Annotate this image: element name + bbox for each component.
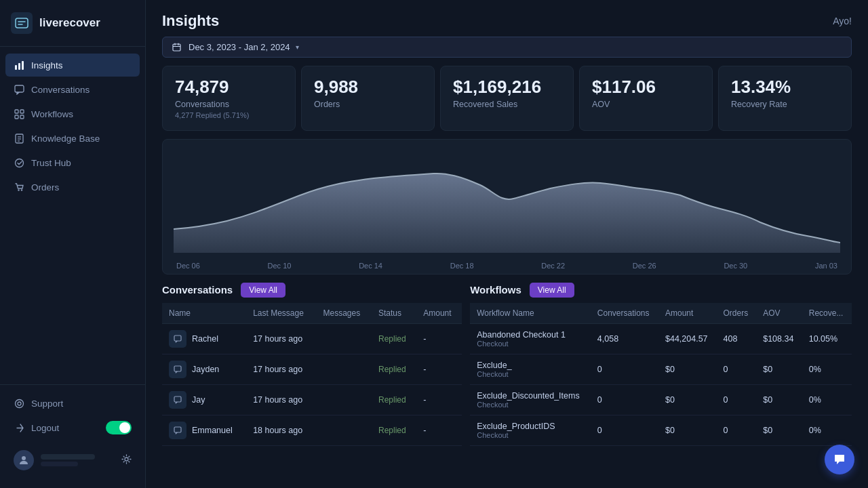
message-icon xyxy=(169,361,186,378)
svg-rect-27 xyxy=(174,366,181,371)
sidebar-item-logout[interactable]: Logout xyxy=(5,415,140,441)
sidebar-item-support[interactable]: Support xyxy=(5,392,140,415)
svg-point-16 xyxy=(18,189,19,190)
orders-label: Orders xyxy=(314,100,422,109)
support-label: Support xyxy=(31,399,63,409)
message-icon xyxy=(169,391,186,409)
orders-label: Orders xyxy=(31,182,59,192)
sidebar-item-knowledge-base[interactable]: Knowledge Base xyxy=(5,127,140,150)
date-filter-label: Dec 3, 2023 - Jan 2, 2024 xyxy=(189,42,290,52)
conversations-panel: Conversations View All Name Last Message… xyxy=(162,283,462,488)
wf-col-recovery: Recove... xyxy=(802,303,852,324)
conversations-table: Name Last Message Messages Status Amount xyxy=(162,303,462,447)
wf-name-cell: Abandoned Checkout 1Checkout xyxy=(470,323,591,354)
insights-icon xyxy=(14,60,24,70)
sidebar-item-workflows[interactable]: Workflows xyxy=(5,102,140,125)
conv-col-status: Status xyxy=(372,303,416,324)
logo: liverecover xyxy=(0,0,145,47)
svg-point-20 xyxy=(22,456,26,460)
table-row[interactable]: Exclude_Discounted_ItemsCheckout 0 $0 0 … xyxy=(470,384,852,415)
wf-orders-cell: 408 xyxy=(717,323,757,354)
knowledge-base-icon xyxy=(14,133,24,144)
wf-aov-cell: $0 xyxy=(756,415,802,445)
recovery-rate-label: Recovery Rate xyxy=(731,100,839,109)
svg-rect-3 xyxy=(15,65,17,70)
user-avatar xyxy=(14,450,34,470)
toggle-knob xyxy=(119,422,130,433)
wf-recovery-cell: 0% xyxy=(802,384,852,415)
chart-container: Dec 06 Dec 10 Dec 14 Dec 18 Dec 22 Dec 2… xyxy=(162,139,852,274)
wf-aov-cell: $0 xyxy=(756,354,802,384)
wf-aov-cell: $108.34 xyxy=(756,323,802,354)
app-name: liverecover xyxy=(39,16,100,30)
svg-rect-9 xyxy=(15,115,18,119)
wf-col-amount: Amount xyxy=(658,303,717,324)
table-row[interactable]: Jayden 17 hours ago Replied - xyxy=(162,354,462,385)
recovery-rate-value: 13.34% xyxy=(731,77,839,97)
conversations-label: Conversations xyxy=(31,85,90,95)
main-content: Insights Ayo! Dec 3, 2023 - Jan 2, 2024 … xyxy=(146,0,868,488)
user-name xyxy=(41,454,95,460)
wf-orders-cell: 0 xyxy=(717,384,757,415)
workflows-panel: Workflows View All Workflow Name Convers… xyxy=(470,283,852,488)
settings-gear-icon[interactable] xyxy=(121,454,132,466)
wf-amount-cell: $0 xyxy=(658,384,717,415)
svg-point-17 xyxy=(20,189,22,190)
stat-card-conversations: 74,879 Conversations 4,277 Replied (5.71… xyxy=(162,66,296,131)
chat-bubble-button[interactable] xyxy=(825,445,854,474)
wf-name-cell: Exclude_ProductIDSCheckout xyxy=(470,415,591,445)
chart-label-dec10: Dec 10 xyxy=(268,262,292,270)
conversations-icon xyxy=(14,84,24,95)
wf-col-name: Workflow Name xyxy=(470,303,591,324)
conv-messages-cell xyxy=(316,323,372,354)
stat-card-recovered-sales: $1,169,216 Recovered Sales xyxy=(440,66,574,131)
chart-label-dec30: Dec 30 xyxy=(724,262,747,270)
table-row[interactable]: Emmanuel 18 hours ago Replied - xyxy=(162,415,462,446)
conv-messages-cell xyxy=(316,354,372,385)
wf-col-conversations: Conversations xyxy=(591,303,658,324)
workflows-label: Workflows xyxy=(31,109,73,119)
wf-aov-cell: $0 xyxy=(756,384,802,415)
conversations-view-all-button[interactable]: View All xyxy=(241,283,285,298)
table-row[interactable]: Exclude_Checkout 0 $0 0 $0 0% xyxy=(470,354,852,384)
wf-orders-cell: 0 xyxy=(717,354,757,384)
sidebar-item-conversations[interactable]: Conversations xyxy=(5,78,140,101)
conv-name-cell: Jayden xyxy=(162,354,246,385)
table-row[interactable]: Abandoned Checkout 1Checkout 4,058 $44,2… xyxy=(470,323,852,354)
orders-value: 9,988 xyxy=(314,77,422,97)
workflows-view-all-button[interactable]: View All xyxy=(530,283,574,298)
conv-messages-cell xyxy=(316,385,372,415)
wf-orders-cell: 0 xyxy=(717,415,757,445)
chart-label-dec14: Dec 14 xyxy=(359,262,382,270)
wf-conversations-cell: 0 xyxy=(591,354,658,384)
chart-x-labels: Dec 06 Dec 10 Dec 14 Dec 18 Dec 22 Dec 2… xyxy=(174,262,840,270)
wf-conversations-cell: 4,058 xyxy=(591,323,658,354)
table-row[interactable]: Jay 17 hours ago Replied - xyxy=(162,385,462,415)
trust-hub-icon xyxy=(14,157,24,168)
conv-amount-cell: - xyxy=(416,415,462,446)
svg-rect-26 xyxy=(174,336,181,341)
wf-conversations-cell: 0 xyxy=(591,415,658,445)
chart-label-dec18: Dec 18 xyxy=(450,262,474,270)
wf-amount-cell: $0 xyxy=(658,415,717,445)
message-icon xyxy=(169,330,186,348)
logout-toggle[interactable] xyxy=(106,421,132,434)
sidebar-item-trust-hub[interactable]: Trust Hub xyxy=(5,151,140,174)
table-row[interactable]: Rachel 17 hours ago Replied - xyxy=(162,323,462,354)
svg-rect-6 xyxy=(15,85,24,92)
stat-card-orders: 9,988 Orders xyxy=(301,66,435,131)
workflows-panel-title: Workflows xyxy=(470,284,521,296)
sidebar-item-insights[interactable]: Insights xyxy=(5,54,140,77)
conv-status-cell: Replied xyxy=(372,415,416,446)
svg-point-19 xyxy=(18,402,21,405)
conv-amount-cell: - xyxy=(416,323,462,354)
recovered-sales-label: Recovered Sales xyxy=(453,100,561,109)
page-title: Insights xyxy=(162,12,219,30)
table-row[interactable]: Exclude_ProductIDSCheckout 0 $0 0 $0 0% xyxy=(470,415,852,445)
conv-last-message-cell: 17 hours ago xyxy=(246,354,316,385)
sidebar-item-orders[interactable]: Orders xyxy=(5,176,140,199)
conv-last-message-cell: 18 hours ago xyxy=(246,415,316,446)
conv-status-cell: Replied xyxy=(372,354,416,385)
date-filter-button[interactable]: Dec 3, 2023 - Jan 2, 2024 ▾ xyxy=(162,37,852,58)
wf-recovery-cell: 0% xyxy=(802,415,852,445)
